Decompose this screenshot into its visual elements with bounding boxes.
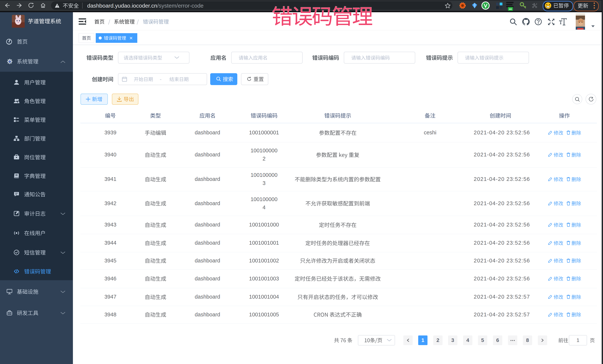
svg-text:on: on	[509, 8, 512, 10]
